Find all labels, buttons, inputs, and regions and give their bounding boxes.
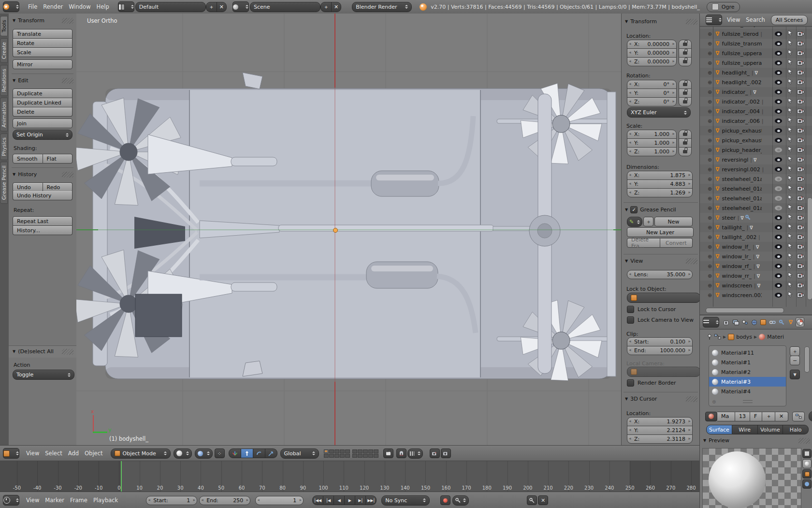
visibility-eye-icon[interactable]	[775, 109, 782, 114]
tab-render-layers[interactable]	[731, 317, 740, 327]
panel-header-history[interactable]: ▼History	[13, 171, 73, 178]
jump-prev-keyframe-button[interactable]: |◀	[323, 495, 334, 505]
renderability-camera-icon[interactable]	[797, 176, 804, 183]
visibility-eye-icon[interactable]	[775, 186, 782, 191]
selectability-cursor-icon[interactable]	[787, 78, 793, 86]
lock-icon-button[interactable]	[679, 97, 692, 106]
renderability-camera-icon[interactable]	[797, 50, 804, 57]
visibility-eye-icon[interactable]	[775, 70, 782, 75]
visibility-eye-icon[interactable]	[775, 41, 782, 46]
panel-header-preview[interactable]: ▼Preview	[703, 437, 810, 444]
outliner-item[interactable]: ⊕ ∇ window_lr_ |∇	[700, 252, 812, 261]
menu-window[interactable]: Window	[66, 3, 93, 10]
outliner-item[interactable]: ⊕ ∇ steelwheel_01a_	[700, 174, 812, 184]
rotation-mode-dropdown[interactable]: XYZ Euler	[627, 107, 691, 118]
scale-button[interactable]: Scale	[13, 48, 72, 57]
renderability-camera-icon[interactable]	[797, 166, 804, 173]
renderability-camera-icon[interactable]	[797, 185, 804, 193]
expand-icon[interactable]: ⊕	[708, 205, 712, 211]
node-icon[interactable]	[714, 334, 721, 340]
object-origin-dot[interactable]	[333, 228, 338, 233]
outliner-item[interactable]: ⊕ ∇ pickup_exhaust_i	[700, 126, 812, 135]
grease-pencil-draw-dropdown[interactable]: ✎	[627, 217, 642, 227]
selectability-cursor-icon[interactable]	[787, 136, 793, 144]
transform-orientation-select[interactable]: Global	[280, 448, 319, 459]
outliner-display-mode-select[interactable]: All Scenes	[771, 15, 808, 25]
renderability-camera-icon[interactable]	[797, 156, 804, 164]
join-button[interactable]: Join	[13, 119, 72, 128]
tab-world[interactable]	[750, 317, 758, 327]
add-material-slot-button[interactable]: ＋	[790, 346, 800, 356]
lock-icon-button[interactable]	[679, 80, 692, 89]
number-field-end[interactable]: ◂End:1000.000▸	[627, 346, 693, 355]
auto-keyframe-record-button[interactable]	[440, 495, 450, 505]
shelf-tab-tools[interactable]: Tools	[0, 16, 8, 36]
menu-add[interactable]: Add	[65, 450, 82, 457]
preview-world-button[interactable]	[802, 479, 812, 489]
visibility-eye-icon[interactable]	[775, 225, 782, 230]
local-camera-field[interactable]	[627, 367, 700, 377]
lock-icon-button[interactable]	[679, 40, 692, 49]
renderability-camera-icon[interactable]	[797, 263, 804, 270]
layer-1[interactable]	[324, 449, 329, 453]
visibility-eye-icon[interactable]	[775, 90, 782, 94]
panel-header-transform[interactable]: ▼Transform	[13, 17, 73, 24]
expand-icon[interactable]: ⊕	[708, 89, 712, 95]
layer-12[interactable]	[358, 449, 362, 453]
layer-5[interactable]	[345, 449, 350, 453]
expand-icon[interactable]: ⊕	[708, 195, 712, 202]
manipulator-scale-toggle[interactable]	[265, 448, 277, 458]
outliner-item[interactable]: ⊕ ∇ indicator_ |∇	[700, 87, 812, 97]
material-slot[interactable]: Material#2	[709, 367, 786, 377]
lock-icon-button[interactable]	[679, 138, 692, 148]
editor-type-properties-button[interactable]	[703, 317, 719, 328]
panel-drag-stripes[interactable]	[686, 396, 697, 402]
selectability-cursor-icon[interactable]	[787, 165, 793, 173]
menu-view[interactable]: View	[23, 497, 42, 504]
material-specials-dropdown[interactable]: ▼	[790, 370, 800, 379]
visibility-eye-icon[interactable]	[775, 128, 782, 133]
renderability-camera-icon[interactable]	[797, 137, 804, 144]
number-field-y[interactable]: ◂Y:0.00000▸	[627, 48, 677, 58]
selectability-cursor-icon[interactable]	[787, 194, 793, 202]
selectability-cursor-icon[interactable]	[787, 272, 793, 280]
renderability-camera-icon[interactable]	[797, 147, 804, 154]
renderability-camera-icon[interactable]	[797, 89, 804, 96]
editor-type-outliner-button[interactable]	[706, 15, 722, 25]
layer-16[interactable]	[352, 454, 357, 458]
add-layout-button[interactable]: ＋	[206, 2, 217, 12]
renderability-camera-icon[interactable]	[797, 234, 804, 241]
renderability-camera-icon[interactable]	[797, 195, 804, 202]
expand-icon[interactable]: ⊕	[708, 215, 712, 221]
duplicate-button[interactable]: Duplicate	[13, 89, 72, 98]
expand-icon[interactable]: ⊕	[708, 283, 712, 289]
renderability-camera-icon[interactable]	[797, 60, 804, 67]
translate-button[interactable]: Translate	[13, 29, 72, 39]
menu-frame[interactable]: Frame	[67, 497, 90, 504]
play-button[interactable]: ▶	[345, 495, 355, 505]
set-origin-dropdown[interactable]: Set Origin	[13, 130, 72, 140]
shelf-tab-relations[interactable]: Relations	[0, 65, 8, 96]
number-field-x[interactable]: ◂X:1.875▸	[627, 171, 693, 180]
delete-layout-button[interactable]: ✕	[217, 2, 227, 12]
menu-playback[interactable]: Playback	[90, 497, 121, 504]
selectability-cursor-icon[interactable]	[787, 233, 793, 241]
action-toggle-dropdown[interactable]: Toggle	[13, 370, 74, 380]
layer-9[interactable]	[340, 454, 345, 458]
editor-type-view3d-button[interactable]	[3, 448, 19, 459]
outliner-item[interactable]: ⊕ ∇ headlight_.002	[700, 77, 812, 87]
selectability-cursor-icon[interactable]	[787, 59, 793, 67]
tab-object[interactable]	[759, 317, 768, 327]
ogre-checkbox[interactable]	[712, 3, 719, 10]
grease-pencil-new-button[interactable]: New	[654, 217, 693, 226]
mode-select[interactable]: Object Mode	[111, 448, 171, 459]
material-fake-user-button[interactable]: F	[750, 412, 762, 421]
expand-icon[interactable]: ⊕	[708, 99, 712, 105]
visibility-eye-icon[interactable]	[775, 99, 782, 104]
jump-next-keyframe-button[interactable]: ▶|	[355, 495, 366, 505]
screen-layout-field[interactable]: Default	[135, 2, 206, 12]
material-list-scrollbar[interactable]	[804, 346, 810, 373]
material-type-halo[interactable]: Halo	[783, 425, 809, 434]
layer-17[interactable]	[358, 454, 362, 458]
material-new-button[interactable]: ＋	[762, 412, 775, 421]
